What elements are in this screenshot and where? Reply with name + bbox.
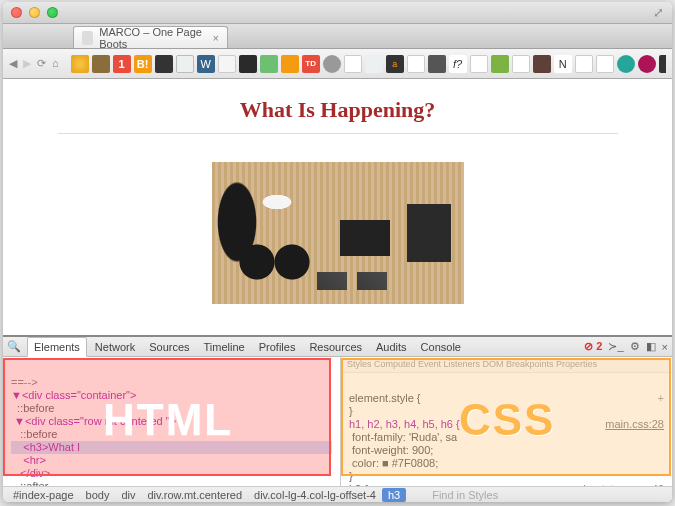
inspect-icon[interactable]: 🔍 bbox=[7, 340, 21, 353]
divider bbox=[58, 133, 618, 134]
close-tab-icon[interactable]: × bbox=[213, 32, 219, 44]
crumb[interactable]: body bbox=[80, 489, 116, 501]
ext-icon[interactable]: f? bbox=[449, 55, 467, 73]
crumb[interactable]: div bbox=[115, 489, 141, 501]
ext-icon[interactable] bbox=[260, 55, 278, 73]
settings-icon[interactable]: ⚙ bbox=[630, 340, 640, 353]
ext-icon[interactable] bbox=[92, 55, 110, 73]
home-button[interactable]: ⌂ bbox=[52, 57, 59, 70]
ext-icon[interactable] bbox=[155, 55, 173, 73]
favicon bbox=[82, 31, 93, 45]
ext-icon[interactable]: 1 bbox=[113, 55, 131, 73]
minimize-window-button[interactable] bbox=[29, 7, 40, 18]
ext-icon[interactable] bbox=[533, 55, 551, 73]
back-button[interactable]: ◀ bbox=[9, 57, 17, 70]
ext-icon[interactable] bbox=[344, 55, 362, 73]
tab-network[interactable]: Network bbox=[89, 338, 141, 356]
elements-panel[interactable]: ==--> ▼<div class="container"> ::before … bbox=[3, 357, 341, 486]
tab-console[interactable]: Console bbox=[415, 338, 467, 356]
ext-icon[interactable] bbox=[218, 55, 236, 73]
devtools-tabbar: 🔍 Elements Network Sources Timeline Prof… bbox=[3, 337, 672, 357]
ext-icon[interactable] bbox=[428, 55, 446, 73]
devtools-panels: ==--> ▼<div class="container"> ::before … bbox=[3, 357, 672, 486]
tab-resources[interactable]: Resources bbox=[303, 338, 368, 356]
browser-tab[interactable]: MARCO – One Page Boots × bbox=[73, 26, 228, 48]
ext-icon[interactable] bbox=[71, 55, 89, 73]
tab-title: MARCO – One Page Boots bbox=[99, 26, 206, 50]
nav-buttons: ◀ ▶ ⟳ ⌂ bbox=[9, 57, 59, 70]
tab-audits[interactable]: Audits bbox=[370, 338, 413, 356]
ext-icon[interactable]: B! bbox=[134, 55, 152, 73]
titlebar: ⤢ bbox=[3, 2, 672, 24]
drawer-icon[interactable]: ≻_ bbox=[608, 340, 623, 353]
zoom-window-button[interactable] bbox=[47, 7, 58, 18]
page-heading: What Is Happening? bbox=[240, 97, 436, 123]
find-in-styles[interactable]: Find in Styles bbox=[426, 489, 504, 501]
css-rules[interactable]: element.style {+ } h1, h2, h3, h4, h5, h… bbox=[341, 373, 672, 486]
tab-timeline[interactable]: Timeline bbox=[198, 338, 251, 356]
breadcrumbs[interactable]: #index-page body div div.row.mt.centered… bbox=[3, 486, 672, 502]
reload-button[interactable]: ⟳ bbox=[37, 57, 46, 70]
close-devtools-icon[interactable]: × bbox=[662, 341, 668, 353]
ext-icon[interactable]: a bbox=[386, 55, 404, 73]
ext-icon[interactable]: W bbox=[197, 55, 215, 73]
ext-icon[interactable] bbox=[596, 55, 614, 73]
forward-button[interactable]: ▶ bbox=[23, 57, 31, 70]
tab-bar: MARCO – One Page Boots × bbox=[3, 24, 672, 49]
ext-icon[interactable] bbox=[365, 55, 383, 73]
crumb[interactable]: div.row.mt.centered bbox=[141, 489, 248, 501]
ext-icon[interactable] bbox=[575, 55, 593, 73]
crumb-active[interactable]: h3 bbox=[382, 488, 406, 502]
ext-icon[interactable] bbox=[239, 55, 257, 73]
traffic-lights bbox=[11, 7, 58, 18]
ext-icon[interactable] bbox=[491, 55, 509, 73]
devtools: 🔍 Elements Network Sources Timeline Prof… bbox=[3, 335, 672, 502]
styles-panel[interactable]: Styles Computed Event Listeners DOM Brea… bbox=[341, 357, 672, 486]
styles-subtabs[interactable]: Styles Computed Event Listeners DOM Brea… bbox=[341, 357, 672, 373]
extensions-bar: 1 B! W TD a f? N bbox=[71, 55, 666, 73]
crumb[interactable]: div.col-lg-4.col-lg-offset-4 bbox=[248, 489, 382, 501]
error-count[interactable]: ⊘ 2 bbox=[584, 340, 602, 353]
tab-profiles[interactable]: Profiles bbox=[253, 338, 302, 356]
add-rule-icon[interactable]: + bbox=[658, 392, 664, 405]
dom-tree[interactable]: ==--> ▼<div class="container"> ::before … bbox=[3, 357, 340, 486]
ext-icon[interactable] bbox=[407, 55, 425, 73]
crumb[interactable]: #index-page bbox=[7, 489, 80, 501]
browser-window: ⤢ MARCO – One Page Boots × ◀ ▶ ⟳ ⌂ 1 B! … bbox=[3, 2, 672, 502]
hero-image bbox=[212, 162, 464, 304]
tab-elements[interactable]: Elements bbox=[27, 337, 87, 357]
ext-icon[interactable] bbox=[638, 55, 656, 73]
ext-icon[interactable] bbox=[512, 55, 530, 73]
ext-icon[interactable] bbox=[617, 55, 635, 73]
ext-icon[interactable] bbox=[470, 55, 488, 73]
ext-icon[interactable]: TD bbox=[302, 55, 320, 73]
page-content: What Is Happening? bbox=[3, 79, 672, 335]
ext-icon[interactable] bbox=[281, 55, 299, 73]
dock-icon[interactable]: ◧ bbox=[646, 340, 656, 353]
tab-sources[interactable]: Sources bbox=[143, 338, 195, 356]
fullscreen-icon[interactable]: ⤢ bbox=[653, 5, 664, 20]
close-window-button[interactable] bbox=[11, 7, 22, 18]
toolbar: ◀ ▶ ⟳ ⌂ 1 B! W TD a f? bbox=[3, 49, 672, 79]
ext-icon[interactable] bbox=[176, 55, 194, 73]
ext-icon[interactable]: N bbox=[554, 55, 572, 73]
ext-icon[interactable] bbox=[659, 55, 666, 73]
ext-icon[interactable] bbox=[323, 55, 341, 73]
